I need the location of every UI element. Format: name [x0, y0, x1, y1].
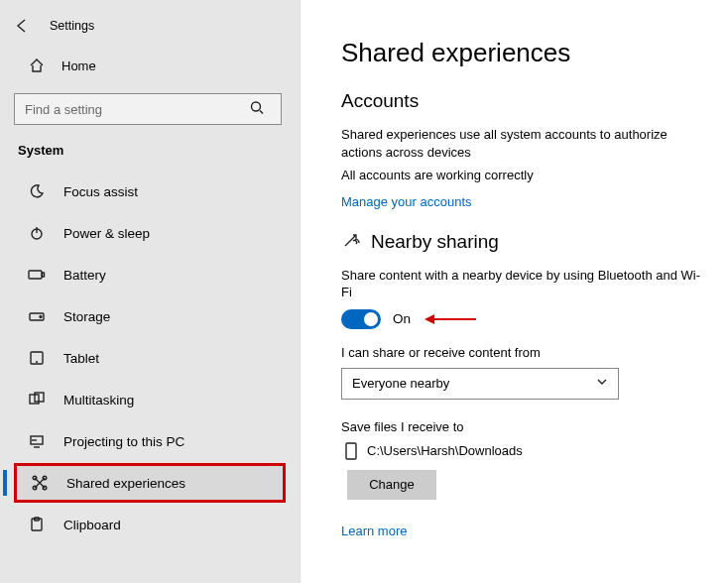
- sidebar-section-header: System: [14, 139, 286, 162]
- svg-rect-18: [346, 443, 356, 459]
- sidebar-item-storage[interactable]: Storage: [14, 296, 286, 336]
- svg-point-5: [40, 316, 42, 318]
- sidebar-item-power-sleep[interactable]: Power & sleep: [14, 213, 286, 253]
- scope-value: Everyone nearby: [352, 376, 449, 391]
- sidebar-item-label: Multitasking: [63, 393, 134, 408]
- svg-rect-2: [29, 271, 42, 279]
- svg-point-0: [252, 102, 261, 111]
- arrow-left-icon: [14, 18, 30, 34]
- sidebar-item-multitasking[interactable]: Multitasking: [14, 380, 286, 419]
- tablet-icon: [26, 350, 48, 366]
- sidebar-item-projecting[interactable]: Projecting to this PC: [14, 421, 286, 461]
- svg-marker-17: [425, 314, 434, 324]
- sidebar-item-label: Battery: [63, 268, 106, 283]
- home-label: Home: [61, 58, 96, 73]
- section-accounts-heading: Accounts: [341, 90, 704, 112]
- moon-icon: [26, 183, 48, 199]
- section-nearby-heading: Nearby sharing: [341, 231, 704, 253]
- sidebar-item-label: Shared experiences: [66, 476, 185, 491]
- content-pane: Shared experiences Accounts Shared exper…: [302, 0, 728, 583]
- accounts-status: All accounts are working correctly: [341, 167, 704, 184]
- sidebar-item-label: Focus assist: [63, 184, 138, 199]
- nearby-sharing-icon: [341, 232, 361, 252]
- search-icon: [250, 101, 264, 118]
- svg-rect-3: [43, 273, 45, 277]
- sidebar-item-shared-experiences[interactable]: Shared experiences: [14, 463, 286, 503]
- sidebar: Settings Home System Focus assist: [0, 0, 300, 583]
- sidebar-item-battery[interactable]: Battery: [14, 255, 286, 294]
- sidebar-item-label: Projecting to this PC: [63, 434, 184, 449]
- projecting-icon: [26, 433, 48, 449]
- chevron-down-icon: [596, 376, 608, 391]
- sidebar-item-clipboard[interactable]: Clipboard: [14, 505, 286, 544]
- nearby-description: Share content with a nearby device by us…: [341, 267, 704, 301]
- clipboard-icon: [26, 517, 48, 532]
- device-icon: [341, 442, 361, 460]
- scope-label: I can share or receive content from: [341, 345, 704, 360]
- scope-dropdown[interactable]: Everyone nearby: [341, 368, 619, 400]
- sidebar-item-focus-assist[interactable]: Focus assist: [14, 172, 286, 211]
- accounts-description: Shared experiences use all system accoun…: [341, 126, 704, 161]
- nearby-sharing-toggle[interactable]: [341, 309, 381, 329]
- sidebar-item-label: Storage: [63, 309, 110, 324]
- nearby-heading-text: Nearby sharing: [371, 231, 499, 253]
- sidebar-item-label: Tablet: [63, 351, 99, 366]
- change-button[interactable]: Change: [347, 470, 436, 500]
- power-icon: [26, 225, 48, 241]
- shared-experiences-icon: [29, 475, 51, 491]
- annotation-arrow: [423, 312, 478, 326]
- home-icon: [26, 58, 48, 73]
- sidebar-item-label: Clipboard: [63, 518, 121, 532]
- multitasking-icon: [26, 392, 48, 408]
- save-to-label: Save files I receive to: [341, 419, 704, 434]
- storage-icon: [26, 309, 48, 323]
- sidebar-item-label: Power & sleep: [63, 226, 150, 241]
- window-title: Settings: [50, 19, 94, 33]
- home-nav[interactable]: Home: [14, 48, 286, 83]
- sidebar-item-tablet[interactable]: Tablet: [14, 338, 286, 378]
- page-title: Shared experiences: [341, 38, 704, 68]
- manage-accounts-link[interactable]: Manage your accounts: [341, 194, 472, 209]
- back-button[interactable]: [8, 12, 36, 40]
- battery-icon: [26, 268, 48, 282]
- learn-more-link[interactable]: Learn more: [341, 524, 407, 538]
- search-input[interactable]: [14, 93, 282, 125]
- save-path: C:\Users\Harsh\Downloads: [367, 443, 523, 458]
- toggle-state-label: On: [393, 311, 411, 326]
